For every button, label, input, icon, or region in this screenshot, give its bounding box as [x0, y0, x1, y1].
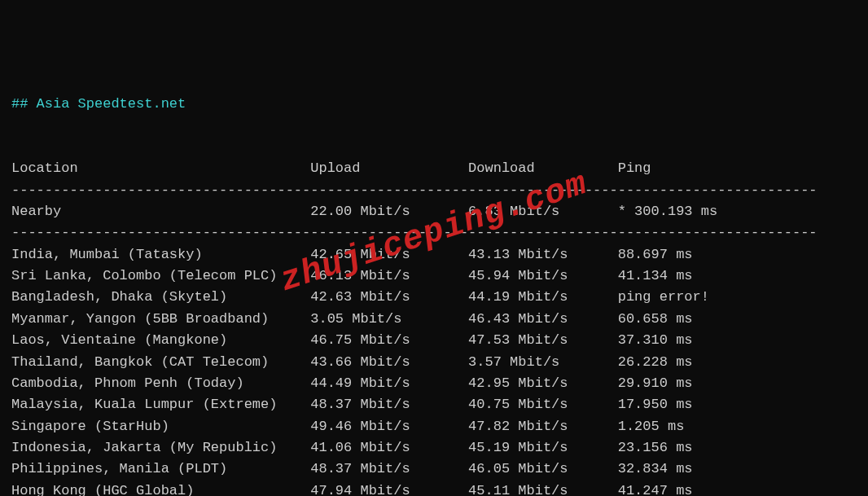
section-header: ## Asia Speedtest.net	[11, 96, 186, 112]
terminal-output: Location Upload Download Ping ----------…	[11, 137, 857, 496]
